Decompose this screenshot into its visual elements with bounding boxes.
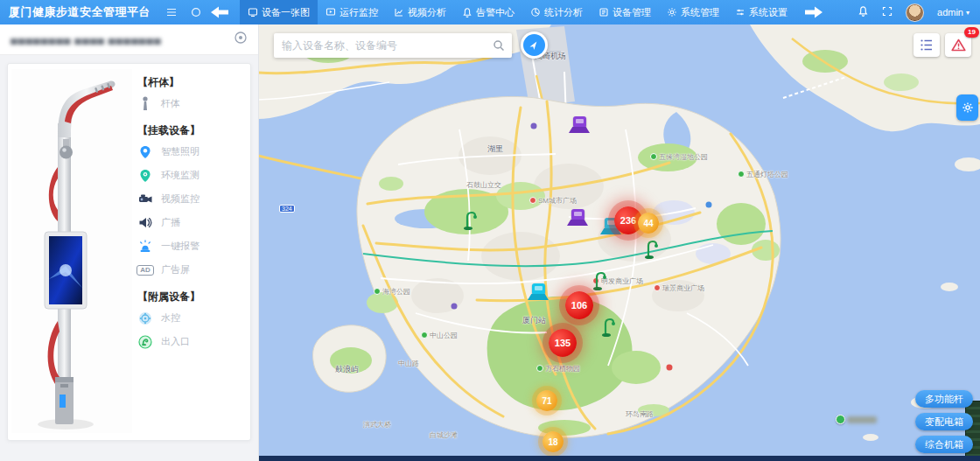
gear-icon	[667, 7, 677, 17]
pole-marker-cyan[interactable]	[528, 283, 549, 300]
device-title-redacted: ▅▅▅▅▅▅▅▅ ▅▅▅▅ ▅▅▅▅▅▅▅	[10, 35, 234, 45]
map-label: 湖里	[487, 143, 503, 155]
compass-icon	[523, 34, 545, 56]
nav-back-arrow[interactable]	[210, 5, 229, 19]
device-cluster[interactable]: 106	[565, 291, 593, 319]
chevron-down-icon: ▾	[966, 9, 970, 17]
speaker-icon	[137, 216, 153, 229]
warning-triangle-icon	[951, 38, 966, 52]
map-label: 中山路	[398, 359, 419, 368]
device-cluster[interactable]: 71	[536, 390, 557, 411]
alarm-count-badge: 19	[964, 27, 979, 38]
smart-pole-image	[11, 69, 132, 433]
main-nav: 设备一张图 运行监控 视频分析 告警中心 统计分析 设备管理 系统管理 系统设	[240, 0, 795, 24]
street-lamp-marker[interactable]	[644, 240, 658, 262]
nav-forward-arrow[interactable]	[804, 5, 823, 19]
map-label: 环岛南路	[626, 409, 654, 419]
map-label: 瑞景商业广场	[654, 283, 704, 293]
legend-item-water-control[interactable]: 水控	[137, 306, 248, 330]
ad-board-icon: AD	[137, 265, 153, 276]
sliders-icon	[735, 7, 746, 17]
device-cluster[interactable]: 135	[549, 329, 577, 357]
legend-item-video-camera[interactable]: 视频监控	[137, 187, 248, 211]
search-icon[interactable]	[493, 39, 505, 52]
legend-item-entrance[interactable]: 出入口	[137, 330, 248, 353]
alarm-icon	[137, 240, 153, 254]
legend-item-pole[interactable]: 杆体	[137, 92, 248, 115]
pole-icon	[137, 96, 153, 111]
bell-icon	[462, 7, 472, 17]
street-lamp-marker[interactable]	[463, 211, 477, 234]
device-card: 【杆体】 杆体 【挂载设备】 智慧照明 环境监测	[7, 63, 251, 441]
search-input[interactable]	[274, 39, 493, 52]
map-label: 海湾公园	[374, 287, 410, 297]
map-label: SM城市广场	[529, 196, 577, 206]
device-detail-panel: ▅▅▅▅▅▅▅▅ ▅▅▅▅ ▅▅▅▅▅▅▅	[0, 24, 259, 461]
device-cluster[interactable]: 44	[638, 213, 659, 234]
pole-marker-purple[interactable]	[567, 209, 588, 226]
legend-item-broadcast[interactable]: 广播	[137, 211, 248, 234]
map-label: 万石植物园	[536, 364, 580, 374]
device-list-button[interactable]	[914, 33, 940, 57]
map-search-box	[274, 33, 512, 58]
menu-icon[interactable]	[166, 7, 177, 17]
layer-button-power-box[interactable]: 变配电箱	[915, 413, 973, 430]
bottom-strip	[258, 456, 980, 461]
entrance-icon	[137, 335, 153, 349]
tab-alarm-center[interactable]: 告警中心	[454, 0, 522, 24]
pole-marker-purple[interactable]	[569, 116, 590, 133]
map-label: 五缘湾湿地公园	[650, 152, 708, 162]
device-list-icon	[598, 7, 609, 17]
street-lamp-marker[interactable]	[601, 318, 615, 340]
alarm-list-button[interactable]: 19	[945, 33, 971, 57]
map-label: 五通灯塔公园	[738, 170, 788, 179]
locate-target-icon[interactable]	[234, 31, 248, 48]
monitor-icon	[326, 7, 336, 17]
notification-bell-icon[interactable]	[858, 4, 869, 20]
top-navbar: 厦门健康步道安全管理平台 设备一张图 运行监控 视频分析 告警中心 统计分析	[0, 0, 980, 24]
section-mounted-header: 【挂载设备】	[137, 123, 248, 138]
tab-system-management[interactable]: 系统管理	[659, 0, 727, 24]
street-lamp-marker[interactable]	[592, 271, 606, 294]
section-pole-header: 【杆体】	[137, 75, 248, 90]
layer-button-integrated-cabinet[interactable]: 综合机箱	[915, 436, 973, 453]
tab-statistics[interactable]: 统计分析	[522, 0, 591, 24]
smart-light-pin-icon	[137, 145, 153, 159]
chart-line-icon	[394, 7, 404, 17]
poi-dot-icon	[836, 415, 845, 424]
tab-operation-monitor[interactable]: 运行监控	[318, 0, 386, 24]
fullscreen-icon[interactable]	[882, 4, 892, 20]
legend-item-env-monitor[interactable]: 环境监测	[137, 164, 248, 187]
blurred-poi-label	[836, 415, 877, 424]
base-map	[258, 24, 980, 461]
tab-system-settings[interactable]: 系统设置	[727, 0, 795, 24]
section-attached-header: 【附属设备】	[137, 290, 248, 304]
road-shield: 324	[279, 205, 295, 213]
user-avatar[interactable]	[906, 3, 924, 22]
env-monitor-pin-icon	[137, 169, 153, 183]
device-cluster[interactable]: 18	[542, 431, 564, 452]
water-control-icon	[137, 311, 153, 325]
panel-header: ▅▅▅▅▅▅▅▅ ▅▅▅▅ ▅▅▅▅▅▅▅	[0, 24, 258, 55]
legend-item-ad-screen[interactable]: AD 广告屏	[137, 258, 248, 282]
one-map-icon	[248, 7, 258, 17]
device-legend: 【杆体】 杆体 【挂载设备】 智慧照明 环境监测	[137, 67, 248, 353]
tab-video-analysis[interactable]: 视频分析	[386, 0, 454, 24]
map-label: 白城沙滩	[430, 430, 458, 440]
map-label: 鼓浪屿	[335, 364, 359, 375]
map-label: 厦门站	[522, 315, 546, 326]
legend-item-one-key-alarm[interactable]: 一键报警	[137, 234, 248, 258]
refresh-circle-icon[interactable]	[191, 7, 201, 17]
layer-button-multifunction-pole[interactable]: 多功能杆	[915, 390, 973, 408]
user-menu[interactable]: admin ▾	[937, 7, 970, 17]
map-label: 演武大桥	[363, 420, 391, 430]
map-settings-button[interactable]	[956, 94, 978, 121]
legend-item-smart-lighting[interactable]: 智慧照明	[137, 140, 248, 164]
camera-icon	[137, 193, 153, 206]
map-canvas[interactable]: 高崎机场 石鼓山立交 五缘湾湿地公园 五通灯塔公园 SM城市广场 明发商业广场 …	[258, 24, 980, 461]
locate-button[interactable]	[521, 31, 548, 59]
pie-chart-icon	[530, 7, 541, 17]
tab-device-one-map[interactable]: 设备一张图	[240, 0, 318, 24]
app-title: 厦门健康步道安全管理平台	[9, 4, 150, 20]
tab-device-management[interactable]: 设备管理	[591, 0, 659, 24]
